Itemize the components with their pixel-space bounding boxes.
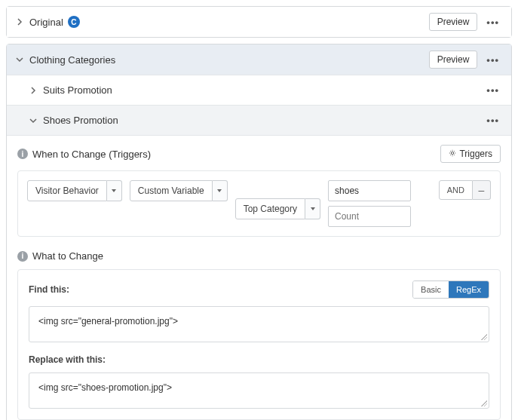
count-input[interactable]: [328, 206, 411, 227]
chevron-right-icon: [28, 85, 38, 96]
caret-down-icon[interactable]: [213, 180, 228, 201]
shoes-row[interactable]: Shoes Promotion •••: [7, 105, 511, 135]
clothing-header[interactable]: Clothing Categories Preview •••: [7, 44, 511, 75]
gear-icon: [449, 149, 456, 159]
svg-point-0: [452, 152, 454, 154]
custom-variable-dropdown[interactable]: Custom Variable: [130, 180, 228, 201]
suits-row[interactable]: Suits Promotion •••: [7, 75, 511, 105]
replace-input[interactable]: <img src="shoes-promotion.jpg">: [29, 372, 489, 409]
preview-button[interactable]: Preview: [429, 13, 478, 31]
find-input[interactable]: <img src="general-promotion.jpg">: [29, 306, 489, 342]
info-icon: i: [17, 149, 28, 159]
shoes-title: Shoes Promotion: [43, 115, 118, 126]
more-icon[interactable]: •••: [482, 81, 504, 99]
clothing-title: Clothing Categories: [29, 54, 115, 66]
triggers-button-label: Triggers: [459, 149, 492, 159]
suits-title: Suits Promotion: [43, 84, 112, 96]
value-input[interactable]: [328, 180, 411, 201]
basic-option[interactable]: Basic: [413, 281, 449, 298]
more-icon[interactable]: •••: [482, 14, 504, 31]
top-category-dropdown[interactable]: Top Category: [235, 198, 320, 219]
what-box: Find this: Basic RegEx <img src="general…: [17, 269, 501, 420]
original-title: Original: [29, 17, 63, 28]
more-icon[interactable]: •••: [482, 112, 504, 129]
visitor-behavior-label: Visitor Behavior: [27, 180, 107, 201]
clothing-panel: Clothing Categories Preview ••• Suits Pr…: [6, 44, 512, 420]
find-label: Find this:: [29, 284, 412, 295]
caret-down-icon[interactable]: [305, 198, 320, 219]
custom-variable-label: Custom Variable: [130, 180, 213, 201]
more-icon[interactable]: •••: [482, 51, 504, 69]
caret-down-icon[interactable]: [107, 180, 122, 201]
preview-button[interactable]: Preview: [429, 51, 478, 69]
triggers-section: i When to Change (Triggers) Triggers: [17, 145, 501, 163]
and-button[interactable]: AND: [439, 180, 473, 200]
triggers-button[interactable]: Triggers: [440, 145, 501, 163]
info-icon: i: [17, 251, 28, 262]
chevron-down-icon: [14, 54, 25, 65]
triggers-heading: When to Change (Triggers): [32, 149, 440, 160]
and-group: AND –: [439, 180, 491, 200]
badge-c-icon: C: [68, 16, 80, 28]
replace-label: Replace with this:: [29, 354, 489, 365]
chevron-right-icon: [14, 17, 25, 27]
trigger-config: Visitor Behavior Custom Variable Top Cat…: [17, 170, 501, 237]
original-panel: Original C Preview •••: [6, 6, 512, 38]
what-heading: What to Change: [32, 250, 501, 262]
what-section: i What to Change: [17, 250, 501, 262]
chevron-down-icon: [28, 115, 38, 126]
regex-option[interactable]: RegEx: [449, 281, 489, 298]
original-header[interactable]: Original C Preview •••: [7, 7, 511, 37]
mode-toggle: Basic RegEx: [412, 281, 489, 299]
shoes-content: i When to Change (Triggers) Triggers Vis…: [7, 135, 511, 420]
remove-button[interactable]: –: [473, 180, 491, 200]
visitor-behavior-dropdown[interactable]: Visitor Behavior: [27, 180, 122, 201]
top-category-label: Top Category: [235, 198, 305, 219]
